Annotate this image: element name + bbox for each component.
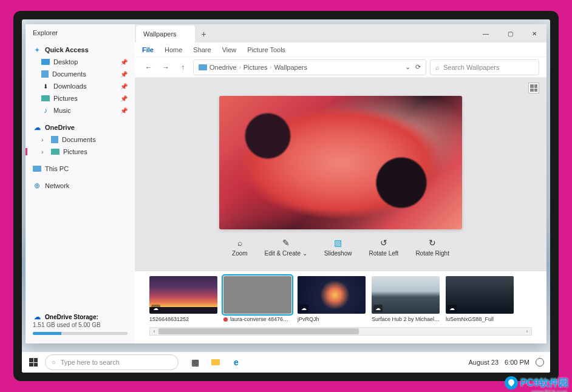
scroll-track[interactable] [158,328,523,334]
image-preview[interactable] [219,96,462,229]
content-area: ⌕Zoom ✎Edit & Create ⌄ ▧Slideshow ↺Rotat… [135,78,546,343]
refresh-button[interactable]: ⟳ [415,63,421,71]
quick-access-label: Quick Access [45,46,89,53]
taskbar-app-explorer[interactable] [206,354,225,370]
ribbon-home[interactable]: Home [165,46,182,53]
ribbon-picture-tools[interactable]: Picture Tools [247,46,285,53]
main-panel: Wallpapers + — ▢ ✕ File Home Share View … [135,24,546,343]
quick-access-heading[interactable]: ✦ Quick Access [26,44,135,56]
pc-icon [33,166,41,172]
music-icon: ♪ [41,107,50,114]
view-toggle-button[interactable] [528,83,539,93]
sidebar-item-downloads[interactable]: ⬇Downloads📌 [26,80,135,92]
cloud-status-icon: ☁ [448,305,457,312]
thumbnail-image [223,276,291,314]
taskbar-search[interactable]: ○ Type here to search [45,354,179,370]
pin-icon[interactable]: 📌 [120,59,128,66]
tray-action-center-icon[interactable] [536,358,544,367]
storage-text: 1.51 GB used of 5.00 GB [33,322,128,328]
sidebar-item-od-pictures[interactable]: ›Pictures [26,146,135,158]
maximize-button[interactable]: ▢ [498,24,522,42]
breadcrumb-onedrive[interactable]: Onedrive [209,64,237,71]
sidebar-item-music[interactable]: ♪Music📌 [26,104,135,117]
sidebar-item-pictures[interactable]: Pictures📌 [26,92,135,104]
pin-icon[interactable]: 📌 [120,95,128,102]
sidebar-item-this-pc[interactable]: This PC [26,163,135,175]
close-button[interactable]: ✕ [522,24,546,42]
thumbnail-image: ☁ [298,276,366,314]
network-icon: ⊕ [33,182,41,189]
thumbnail-item[interactable]: ☁1526648631252 [149,276,217,323]
ribbon-share[interactable]: Share [193,46,211,53]
pin-icon[interactable]: 📌 [120,107,128,114]
search-box[interactable]: ⌕ Search Wallpapers [430,59,539,75]
taskbar-app-edge[interactable]: e [227,354,245,370]
thumbnail-item[interactable]: ☁luSemNxGS88_Full [446,276,514,323]
thumbnail-label: 1526648631252 [149,316,217,322]
filmstrip: ☁1526648631252 laura-converse 48476… ☁jP… [135,271,546,343]
sidebar-this-pc-section: This PC [26,160,135,177]
search-placeholder: Type here to search [61,359,120,366]
taskbar-app-store[interactable]: ▦ [186,354,204,370]
watermark-url: www.PC9.com [531,389,567,392]
tool-slideshow[interactable]: ▧Slideshow [324,238,352,257]
folder-icon [199,64,207,70]
pin-icon[interactable]: 📌 [120,83,128,90]
window-controls: — ▢ ✕ [474,24,546,42]
storage-title: OneDrive Storage: [45,314,98,320]
breadcrumb-dropdown[interactable]: ⌄ [403,63,413,71]
cloud-status-icon: ☁ [373,305,383,312]
scroll-right-button[interactable]: › [523,328,531,334]
tool-zoom[interactable]: ⌕Zoom [232,238,248,257]
sync-status-icon [223,317,228,322]
system-tray: August 23 6:00 PM [468,358,546,367]
nav-back-button[interactable]: ← [142,61,155,74]
thumbnail-item[interactable]: ☁Surface Hub 2 by Michael… [372,276,440,323]
sidebar-item-od-documents[interactable]: ›Documents [26,133,135,146]
sidebar-item-documents[interactable]: Documents📌 [26,68,135,80]
horizontal-scrollbar[interactable]: ‹ › [149,327,532,336]
nav-forward-button[interactable]: → [159,61,172,74]
ribbon-view[interactable]: View [222,46,237,53]
tool-rotate-right[interactable]: ↻Rotate Right [415,238,449,257]
edit-icon: ✎ [282,238,290,248]
chevron-right-icon: › [270,64,271,70]
tray-date[interactable]: August 23 [468,359,499,366]
sidebar-item-network[interactable]: ⊕Network [26,180,135,192]
arrow-up-icon: ↑ [181,63,185,72]
search-icon: ○ [52,359,56,366]
watermark-logo-icon [505,376,518,390]
cloud-icon: ☁ [33,124,41,131]
tool-edit[interactable]: ✎Edit & Create ⌄ [265,238,307,257]
breadcrumb-pictures[interactable]: Pictures [243,64,268,71]
minimize-button[interactable]: — [474,24,498,42]
taskbar-apps: ▦ e [186,354,245,370]
start-button[interactable] [26,354,41,370]
tray-time[interactable]: 6:00 PM [505,359,529,366]
tool-rotate-left[interactable]: ↺Rotate Left [369,238,398,257]
cloud-icon: ☁ [33,313,41,320]
document-icon [41,70,49,78]
scroll-thumb[interactable] [158,328,359,334]
tablet-bezel: Explorer ✦ Quick Access Desktop📌 Documen… [13,11,559,381]
breadcrumb-wallpapers[interactable]: Wallpapers [274,64,307,71]
desktop-wallpaper: Explorer ✦ Quick Access Desktop📌 Documen… [22,19,550,373]
ribbon-file[interactable]: File [142,46,154,53]
chevron-right-icon: › [41,148,47,155]
search-placeholder: Search Wallpapers [443,64,500,71]
nav-bar: ← → ↑ Onedrive› Pictures› Wallpapers ⌄ ⟳… [135,57,546,78]
thumbnail-item[interactable]: laura-converse 48476… [223,276,291,323]
tab-add-button[interactable]: + [195,25,213,42]
arrow-right-icon: → [162,63,169,72]
nav-up-button[interactable]: ↑ [176,61,189,74]
thumbnail-item[interactable]: ☁jPvRQJh [298,276,366,323]
thumbnail-label: laura-converse 48476… [223,316,291,322]
search-icon: ⌕ [435,64,440,71]
star-icon: ✦ [33,46,41,53]
pin-icon[interactable]: 📌 [120,71,128,78]
onedrive-heading[interactable]: ☁ OneDrive [26,121,135,133]
address-bar[interactable]: Onedrive› Pictures› Wallpapers ⌄ ⟳ [193,59,426,75]
sidebar-item-desktop[interactable]: Desktop📌 [26,56,135,68]
tab-wallpapers[interactable]: Wallpapers [136,25,195,42]
scroll-left-button[interactable]: ‹ [150,328,158,334]
